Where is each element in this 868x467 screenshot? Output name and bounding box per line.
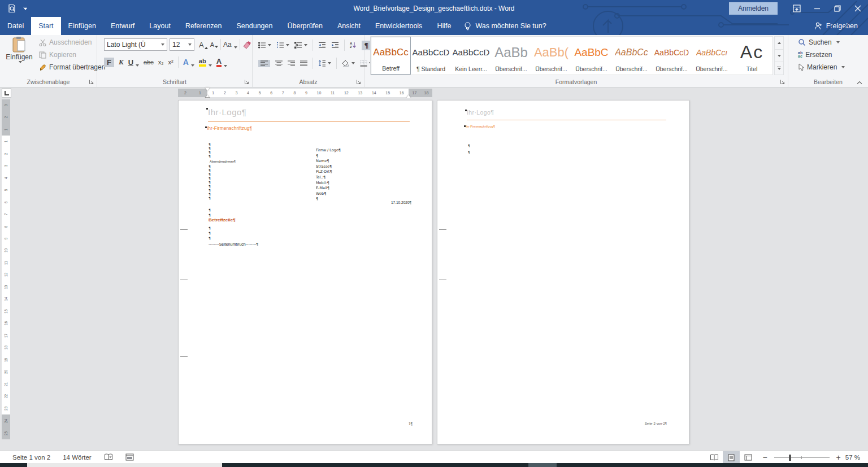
- zoom-level[interactable]: 57 %: [843, 454, 868, 461]
- customize-qat-icon[interactable]: [23, 7, 27, 10]
- schriftart-dialog-launcher-icon[interactable]: [244, 79, 250, 85]
- tab-selector[interactable]: [2, 88, 11, 98]
- document-page-2[interactable]: Ihr·Logo¶ Ihr·Firmenschriftzug¶ ¶¶ Seite…: [437, 100, 689, 444]
- font-color-button[interactable]: A: [216, 58, 227, 67]
- style-card[interactable]: AaBbCcD ¶ Standard: [411, 37, 451, 75]
- line-spacing-button[interactable]: [318, 60, 331, 67]
- word-count[interactable]: 14 Wörter: [57, 454, 98, 461]
- proofing-status-button[interactable]: [98, 453, 119, 461]
- print-layout-button[interactable]: [723, 451, 740, 464]
- formatvorlagen-dialog-launcher-icon[interactable]: [780, 79, 785, 85]
- select-button[interactable]: Markieren: [796, 62, 847, 72]
- tab-datei[interactable]: Datei: [0, 17, 31, 35]
- bold-button[interactable]: F: [104, 58, 114, 67]
- underline-button[interactable]: U: [128, 58, 139, 67]
- sort-button[interactable]: AZ: [350, 42, 357, 49]
- tab-ueberpruefen[interactable]: Überprüfen: [280, 17, 330, 35]
- print-preview-icon[interactable]: [7, 4, 16, 13]
- styles-more-icon[interactable]: [775, 62, 783, 75]
- zoom-slider[interactable]: [774, 457, 830, 458]
- style-card[interactable]: AaBbCc Überschrif...: [611, 37, 652, 75]
- text-effects-button[interactable]: A: [183, 58, 194, 67]
- change-case-button[interactable]: Aa: [223, 41, 237, 49]
- numbering-button[interactable]: [276, 42, 289, 49]
- zoom-slider-handle[interactable]: [789, 455, 791, 461]
- style-card[interactable]: AaBbCcD Kein Leerr...: [451, 37, 491, 75]
- close-icon[interactable]: [848, 0, 868, 17]
- increase-indent-button[interactable]: [331, 42, 339, 49]
- subject-line[interactable]: Betreffzeile¶: [209, 217, 236, 222]
- paste-button[interactable]: Einfügen: [5, 36, 34, 75]
- tab-layout[interactable]: Layout: [142, 17, 178, 35]
- font-name-combo[interactable]: Lato Light (Ü: [104, 38, 167, 51]
- tab-hilfe[interactable]: Hilfe: [429, 17, 458, 35]
- justify-button[interactable]: [300, 60, 307, 67]
- vertical-ruler[interactable]: 321 123456789101112131415161718192021222…: [2, 99, 10, 439]
- firmenschriftzug-text[interactable]: Ihr·Firmenschriftzug¶: [207, 125, 252, 131]
- cut-button[interactable]: Ausschneiden: [37, 37, 107, 47]
- decrease-indent-button[interactable]: [318, 42, 326, 49]
- absenderadresse-text[interactable]: Absenderadresse¶: [210, 160, 236, 163]
- superscript-button[interactable]: x²: [168, 59, 173, 66]
- tab-entwicklertools[interactable]: Entwicklertools: [368, 17, 429, 35]
- firmenschriftzug-text[interactable]: Ihr·Firmenschriftzug¶: [466, 125, 495, 128]
- horizontal-ruler[interactable]: 21 12345678910111213141516 1718: [178, 89, 432, 97]
- page-indicator[interactable]: Seite 1 von 2: [0, 454, 57, 461]
- grow-font-button[interactable]: A: [199, 41, 208, 49]
- share-button[interactable]: Freigeben: [814, 17, 868, 35]
- document-canvas[interactable]: Ihr·Logo¶ Ihr·Firmenschriftzug¶ ¶¶¶¶ Abs…: [0, 98, 868, 451]
- zoom-in-button[interactable]: +: [834, 453, 843, 462]
- absatz-dialog-launcher-icon[interactable]: [356, 79, 362, 85]
- logo-placeholder[interactable]: Ihr·Logo¶: [467, 109, 494, 116]
- logo-placeholder[interactable]: Ihr·Logo¶: [208, 107, 246, 117]
- shading-button[interactable]: [342, 60, 355, 67]
- first-line-indent-marker[interactable]: [205, 88, 210, 91]
- styles-scroll-down-icon[interactable]: [775, 50, 783, 63]
- style-card[interactable]: AaBb( Überschrif...: [531, 37, 571, 75]
- bullets-button[interactable]: [258, 42, 271, 49]
- tab-referenzen[interactable]: Referenzen: [178, 17, 229, 35]
- replace-button[interactable]: ab ac Ersetzen: [796, 50, 847, 60]
- style-card[interactable]: AaBbCcD Überschrif...: [652, 37, 692, 75]
- recipient-block[interactable]: Firma·/·Logo¶¶Name¶Strasse¶PLZ·Ort¶Tel.:…: [316, 148, 341, 202]
- style-card[interactable]: AaBbC Überschrif...: [571, 37, 611, 75]
- tab-einfuegen[interactable]: Einfügen: [61, 17, 103, 35]
- multilevel-list-button[interactable]: [294, 42, 307, 49]
- style-card[interactable]: AaBbCcı Überschrif...: [692, 37, 732, 75]
- shrink-font-button[interactable]: A: [210, 41, 218, 48]
- style-card[interactable]: Ac Titel: [732, 37, 772, 75]
- tab-ansicht[interactable]: Ansicht: [330, 17, 368, 35]
- tab-start[interactable]: Start: [31, 17, 60, 35]
- tell-me-box[interactable]: Was möchten Sie tun?: [458, 17, 552, 35]
- zwischenablage-dialog-launcher-icon[interactable]: [89, 79, 94, 85]
- style-card[interactable]: AaBbCc Betreff: [371, 37, 411, 75]
- date-text[interactable]: 17.10.2020¶: [391, 200, 411, 204]
- ribbon-display-options-icon[interactable]: [787, 0, 807, 17]
- minimize-icon[interactable]: [807, 0, 827, 17]
- web-layout-button[interactable]: [740, 451, 757, 464]
- strikethrough-button[interactable]: abc: [144, 59, 154, 66]
- macro-record-button[interactable]: [119, 453, 140, 461]
- highlight-button[interactable]: ab: [199, 58, 212, 67]
- styles-scroll-up-icon[interactable]: [775, 37, 783, 50]
- italic-button[interactable]: K: [119, 58, 124, 67]
- align-left-button[interactable]: [258, 60, 270, 67]
- restore-icon[interactable]: [827, 0, 848, 17]
- tab-entwurf[interactable]: Entwurf: [103, 17, 142, 35]
- document-page-1[interactable]: Ihr·Logo¶ Ihr·Firmenschriftzug¶ ¶¶¶¶ Abs…: [178, 100, 432, 444]
- tab-sendungen[interactable]: Sendungen: [229, 17, 280, 35]
- clear-formatting-button[interactable]: [242, 41, 251, 49]
- subscript-button[interactable]: x₂: [158, 59, 164, 66]
- align-right-button[interactable]: [288, 60, 295, 67]
- sign-in-button[interactable]: Anmelden: [729, 2, 778, 15]
- recipient-line: Mobil:¶: [316, 181, 341, 186]
- style-card[interactable]: AaBb Überschrif...: [491, 37, 531, 75]
- align-center-button[interactable]: [275, 60, 283, 67]
- zoom-out-button[interactable]: −: [757, 453, 769, 462]
- copy-button[interactable]: Kopieren: [37, 50, 107, 60]
- collapse-ribbon-icon[interactable]: [857, 81, 862, 85]
- find-button[interactable]: Suchen: [796, 37, 847, 47]
- format-painter-button[interactable]: Format übertragen: [37, 62, 107, 72]
- font-size-combo[interactable]: 12: [170, 38, 194, 51]
- read-mode-button[interactable]: [706, 451, 723, 464]
